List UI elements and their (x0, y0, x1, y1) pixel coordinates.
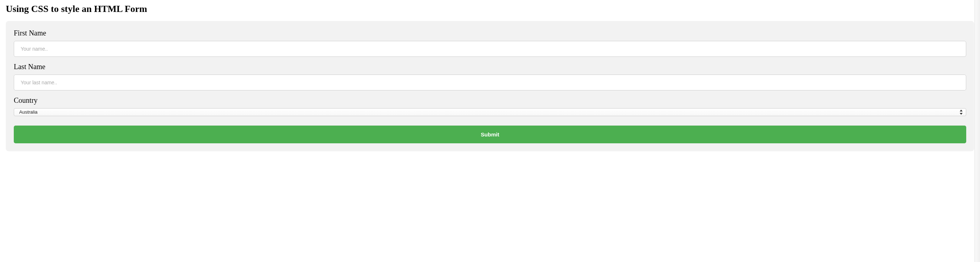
last-name-label: Last Name (14, 63, 966, 71)
country-label: Country (14, 96, 966, 104)
country-select[interactable]: Australia (14, 108, 966, 116)
first-name-input[interactable] (14, 41, 966, 57)
form-card: First Name Last Name Country Australia S… (6, 21, 974, 151)
page-title: Using CSS to style an HTML Form (6, 4, 974, 14)
last-name-input[interactable] (14, 74, 966, 90)
page-container: Using CSS to style an HTML Form First Na… (0, 0, 980, 156)
first-name-label: First Name (14, 29, 966, 37)
country-select-wrap: Australia (14, 108, 966, 116)
submit-button[interactable]: Submit (14, 126, 966, 143)
